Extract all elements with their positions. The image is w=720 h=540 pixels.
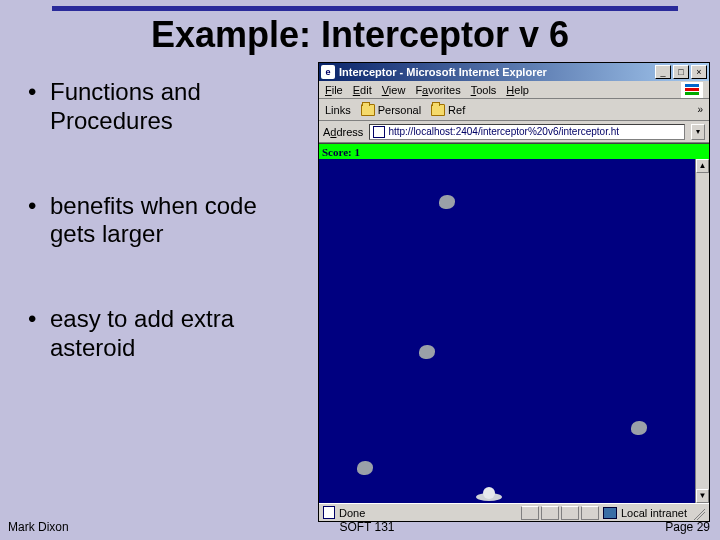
status-cell [581, 506, 599, 520]
scroll-up-button[interactable]: ▲ [696, 159, 709, 173]
footer-center: SOFT 131 [339, 520, 394, 534]
status-text: Done [339, 507, 365, 519]
status-bar: Done Local intranet [319, 503, 709, 521]
svg-rect-0 [685, 88, 699, 91]
folder-icon [431, 104, 445, 116]
status-cell [541, 506, 559, 520]
link-ref[interactable]: Ref [431, 104, 465, 116]
zone-icon [603, 507, 617, 519]
slide-footer: Mark Dixon SOFT 131 Page 29 [8, 520, 710, 534]
titlebar[interactable]: e Interceptor - Microsoft Internet Explo… [319, 63, 709, 81]
link-label: Ref [448, 104, 465, 116]
footer-left: Mark Dixon [8, 520, 69, 534]
menu-view[interactable]: View [382, 84, 406, 96]
resize-grip[interactable] [691, 506, 705, 520]
menu-bar: File Edit View Favorites Tools Help [319, 81, 709, 99]
bullet-list: Functions and Procedures benefits when c… [28, 78, 308, 419]
svg-rect-1 [685, 84, 699, 87]
bullet-item: benefits when code gets larger [28, 192, 308, 250]
address-input[interactable]: http://localhost:2404/interceptor%20v6/i… [369, 124, 685, 140]
close-button[interactable]: × [691, 65, 707, 79]
status-cell [521, 506, 539, 520]
title-rule [52, 6, 678, 11]
address-label: Address [323, 126, 363, 138]
maximize-button[interactable]: □ [673, 65, 689, 79]
menu-tools[interactable]: Tools [471, 84, 497, 96]
links-label: Links [325, 104, 351, 116]
vertical-scrollbar[interactable]: ▲ ▼ [695, 159, 709, 503]
bullet-item: easy to add extra asteroid [28, 305, 308, 363]
menu-help[interactable]: Help [506, 84, 529, 96]
address-value: http://localhost:2404/interceptor%20v6/i… [388, 126, 619, 137]
asteroid [419, 345, 435, 359]
links-overflow[interactable]: » [697, 104, 703, 115]
browser-window: e Interceptor - Microsoft Internet Explo… [318, 62, 710, 522]
game-canvas[interactable] [319, 159, 695, 503]
address-dropdown[interactable]: ▾ [691, 124, 705, 140]
menu-edit[interactable]: Edit [353, 84, 372, 96]
svg-rect-2 [685, 92, 699, 95]
links-bar: Links Personal Ref » [319, 99, 709, 121]
score-bar: Score: 1 [319, 144, 709, 159]
status-cell [561, 506, 579, 520]
ship [475, 485, 503, 501]
scroll-down-button[interactable]: ▼ [696, 489, 709, 503]
minimize-button[interactable]: _ [655, 65, 671, 79]
asteroid [439, 195, 455, 209]
menu-file[interactable]: File [325, 84, 343, 96]
link-label: Personal [378, 104, 421, 116]
page-viewport: Score: 1 ▲ ▼ [319, 143, 709, 503]
scroll-thumb[interactable] [696, 173, 709, 489]
asteroid [631, 421, 647, 435]
address-bar: Address http://localhost:2404/intercepto… [319, 121, 709, 143]
asteroid [357, 461, 373, 475]
window-title: Interceptor - Microsoft Internet Explore… [339, 66, 655, 78]
bullet-item: Functions and Procedures [28, 78, 308, 136]
folder-icon [361, 104, 375, 116]
link-personal[interactable]: Personal [361, 104, 421, 116]
page-icon [373, 126, 385, 138]
svg-point-4 [483, 487, 495, 499]
ie-icon: e [321, 65, 335, 79]
zone-text: Local intranet [621, 507, 687, 519]
ie-logo-icon [681, 82, 703, 98]
document-icon [323, 506, 335, 519]
footer-right: Page 29 [665, 520, 710, 534]
menu-favorites[interactable]: Favorites [415, 84, 460, 96]
slide-title: Example: Interceptor v 6 [0, 14, 720, 56]
